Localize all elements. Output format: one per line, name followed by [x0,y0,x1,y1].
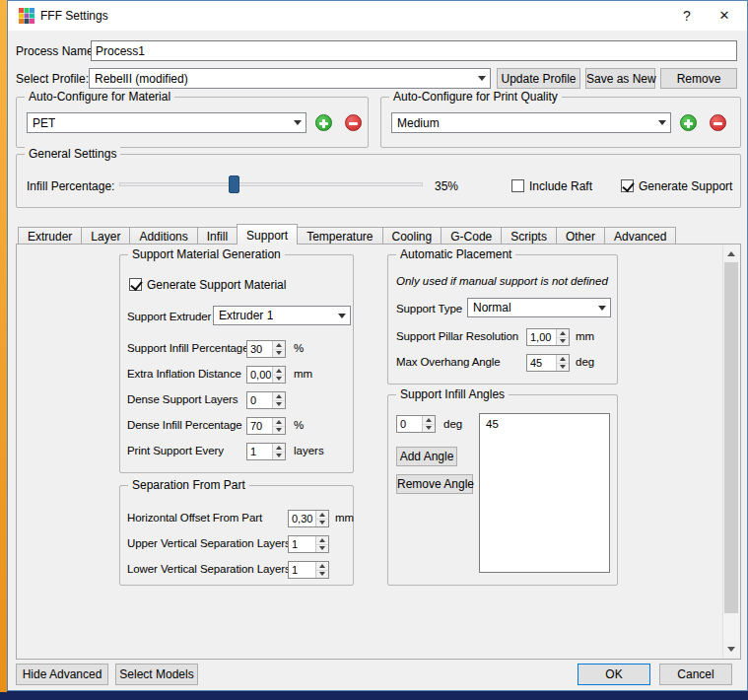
tab-other[interactable]: Other [556,227,605,245]
tab-bar: Extruder Layer Additions Infill Support … [18,224,675,245]
cancel-button[interactable]: Cancel [659,664,732,685]
title-bar[interactable]: FFF Settings ? ✕ [8,1,747,31]
group-auto-configure-quality: Auto-Configure for Print Quality Medium [380,97,741,148]
update-profile-button[interactable]: Update Profile [497,68,580,89]
angle-list[interactable]: 45 [479,413,610,573]
select-models-button[interactable]: Select Models [115,664,198,685]
field-suffix: layers [294,445,324,456]
tab-infill[interactable]: Infill [197,227,238,245]
field-label: Print Support Every [127,445,224,456]
infill-percentage-value: 35% [435,179,458,193]
profile-select[interactable]: RebelII (modified) [89,68,491,89]
scroll-up-icon[interactable] [723,245,739,262]
window-title: FFF Settings [40,1,108,31]
settings-tab-widget: Extruder Layer Additions Infill Support … [16,224,741,660]
quality-select[interactable]: Medium [391,112,671,133]
tab-scripts[interactable]: Scripts [501,227,557,245]
support-infill-percentage-spinbox[interactable]: 30 [246,340,286,358]
infill-slider-handle[interactable] [229,175,239,193]
save-as-new-button[interactable]: Save as New [585,68,655,89]
checkbox-box[interactable] [511,179,524,192]
remove-profile-button[interactable]: Remove [660,68,737,89]
vertical-scrollbar[interactable] [722,245,739,658]
field-label: Support Type [396,303,462,315]
dense-support-layers-row: Dense Support Layers 0 [127,391,349,409]
group-support-infill-angles: Support Infill Angles 0 deg Add Angle Re… [387,394,618,586]
upper-vertical-separation-spinbox[interactable]: 1 [288,535,329,553]
dense-infill-percentage-spinbox[interactable]: 70 [246,417,286,435]
tab-additions[interactable]: Additions [129,227,197,245]
field-label: Extra Inflation Distance [127,368,241,380]
spinner-arrows-icon[interactable] [272,392,285,408]
field-label: Horizontal Offset From Part [127,512,262,524]
max-overhang-angle-row: Max Overhang Angle 45 deg [396,354,613,372]
dense-support-layers-spinbox[interactable]: 0 [246,391,286,409]
scrollbar-thumb[interactable] [724,262,738,613]
spinner-arrows-icon[interactable] [315,562,328,578]
tab-extruder[interactable]: Extruder [18,227,82,245]
spinner-arrows-icon[interactable] [272,418,285,434]
tab-gcode[interactable]: G-Code [441,227,502,245]
ok-button[interactable]: OK [578,664,650,685]
spinner-arrows-icon[interactable] [422,416,435,432]
checkbox-box[interactable] [621,179,634,192]
spinner-arrows-icon[interactable] [556,329,569,345]
process-name-input[interactable] [91,40,737,61]
process-name-label: Process Name: [16,44,97,58]
print-support-every-row: Print Support Every 1 layers [127,443,349,460]
help-button[interactable]: ? [672,1,702,31]
infill-slider[interactable] [119,175,423,193]
close-button[interactable]: ✕ [710,1,739,31]
support-infill-percentage-row: Support Infill Percentage 30 % [127,340,349,358]
support-extruder-select[interactable]: Extruder 1 [213,306,351,325]
remove-quality-button[interactable] [710,114,726,131]
support-pillar-resolution-spinbox[interactable]: 1,00 [526,328,570,346]
spinner-arrows-icon[interactable] [556,355,569,371]
chevron-down-icon [593,299,610,316]
group-title: Auto-Configure for Print Quality [389,90,562,104]
support-tab-pane: Support Material Generation Generate Sup… [16,244,741,660]
spinner-arrows-icon[interactable] [272,367,285,383]
slider-track[interactable] [119,182,423,186]
tab-cooling[interactable]: Cooling [382,227,442,245]
max-overhang-angle-spinbox[interactable]: 45 [526,354,570,372]
tab-layer[interactable]: Layer [81,227,130,245]
spinner-arrows-icon[interactable] [272,341,285,357]
upper-vertical-separation-row: Upper Vertical Separation Layers 1 [127,535,349,553]
dense-infill-percentage-row: Dense Infill Percentage 70 % [127,417,349,435]
field-suffix: % [294,419,304,431]
spinner-arrows-icon[interactable] [272,444,285,459]
spinner-arrows-icon[interactable] [315,511,328,526]
lower-vertical-separation-spinbox[interactable]: 1 [288,561,329,579]
generate-support-checkbox[interactable]: Generate Support [621,178,732,193]
chevron-down-icon [289,113,306,132]
tab-support[interactable]: Support [237,224,298,245]
infill-angle-spinbox[interactable]: 0 [396,415,436,433]
list-item[interactable]: 45 [480,414,609,434]
group-title: Separation From Part [128,478,249,492]
field-label: Dense Support Layers [127,393,238,405]
checkbox-box[interactable] [129,278,142,291]
generate-support-material-checkbox[interactable]: Generate Support Material [129,277,286,292]
add-material-button[interactable] [315,114,332,131]
print-support-every-spinbox[interactable]: 1 [246,443,286,460]
add-angle-button[interactable]: Add Angle [396,447,457,466]
hide-advanced-button[interactable]: Hide Advanced [16,664,108,685]
material-select[interactable]: PET [27,112,306,133]
scroll-down-icon[interactable] [723,641,739,658]
include-raft-checkbox[interactable]: Include Raft [511,178,592,193]
tab-advanced[interactable]: Advanced [604,227,676,245]
add-quality-button[interactable] [680,114,697,131]
field-label: Support Pillar Resolution [396,330,518,342]
field-label: Max Overhang Angle [396,356,501,368]
tab-temperature[interactable]: Temperature [297,227,382,245]
spinner-arrows-icon[interactable] [315,536,328,552]
support-type-select[interactable]: Normal [467,298,611,317]
group-title: Automatic Placement [396,247,515,261]
horizontal-offset-spinbox[interactable]: 0,30 [288,510,329,527]
field-suffix: mm [335,512,354,524]
group-support-material-generation: Support Material Generation Generate Sup… [119,254,354,473]
remove-angle-button[interactable]: Remove Angle [396,474,473,494]
remove-material-button[interactable] [345,114,362,131]
extra-inflation-distance-spinbox[interactable]: 0,00 [246,366,286,384]
